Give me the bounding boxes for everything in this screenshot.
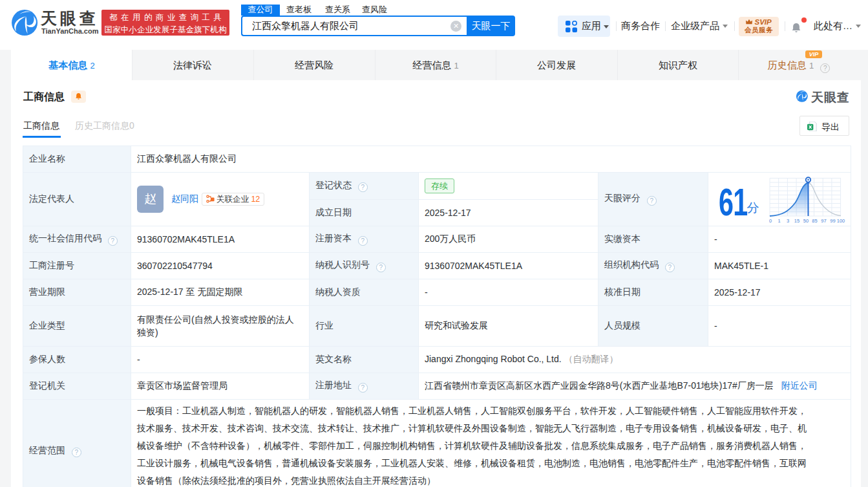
svg-text:3: 3 [786, 218, 789, 224]
svg-text:15: 15 [794, 218, 799, 224]
svg-text:0: 0 [769, 218, 772, 224]
svg-text:100: 100 [836, 218, 845, 224]
svg-text:1: 1 [778, 218, 780, 224]
svg-text:99: 99 [830, 218, 835, 224]
svg-text:85: 85 [812, 218, 817, 224]
svg-text:50: 50 [803, 218, 808, 224]
svg-text:97: 97 [821, 218, 826, 224]
